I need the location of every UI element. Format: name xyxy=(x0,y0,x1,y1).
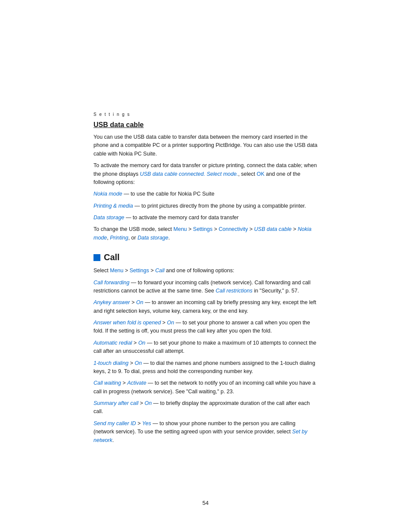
page-number: 54 xyxy=(202,500,209,506)
call-forwarding-link[interactable]: Call forwarding xyxy=(93,280,129,286)
answer-fold-on-link[interactable]: On xyxy=(167,320,174,326)
call-intro-prefix: Select xyxy=(93,268,110,274)
call-item-1: Anykey answer > On — to answer an incomi… xyxy=(93,299,318,315)
call-item-5: Call waiting > Activate — to set the net… xyxy=(93,379,318,396)
printing-media-link[interactable]: Printing & media xyxy=(93,203,133,209)
change-gt3: > xyxy=(248,226,254,232)
call-intro: Select Menu > Settings > Call and one of… xyxy=(93,267,318,275)
call-square-icon xyxy=(93,254,100,261)
call-restrictions-link[interactable]: Call restrictions xyxy=(215,288,252,294)
change-usb-link[interactable]: USB data cable xyxy=(254,226,292,232)
change-gt1: > xyxy=(187,226,193,232)
option2-text: — to print pictures directly from the ph… xyxy=(133,203,306,209)
change-gt2: > xyxy=(212,226,218,232)
change-end: . xyxy=(168,235,170,241)
ok-link: OK xyxy=(257,171,265,177)
anykey-on-link[interactable]: On xyxy=(136,299,143,305)
usb-change-para: To change the USB mode, select Menu > Se… xyxy=(93,225,318,242)
call-item-4: 1-touch dialing > On — to dial the names… xyxy=(93,359,318,376)
data-storage-link[interactable]: Data storage xyxy=(93,215,125,221)
usb-option2: Printing & media — to print pictures dir… xyxy=(93,202,318,210)
call-title: Call xyxy=(104,252,120,262)
call-settings-link[interactable]: Settings xyxy=(130,268,149,274)
change-settings-link[interactable]: Settings xyxy=(193,226,212,232)
auto-redial-link[interactable]: Automatic redial xyxy=(93,340,132,346)
usb-section-title: USB data cable xyxy=(93,121,318,129)
page: S e t t i n g s USB data cable You can u… xyxy=(0,0,411,532)
usb-para1: You can use the USB data cable to transf… xyxy=(93,133,318,158)
one-touch-on-link[interactable]: On xyxy=(135,360,142,366)
summary-on-link[interactable]: On xyxy=(144,400,152,406)
caller-id-yes-link[interactable]: Yes xyxy=(142,420,151,426)
call-call-link[interactable]: Call xyxy=(155,268,165,274)
auto-redial-on-link[interactable]: On xyxy=(138,340,146,346)
usb-option3: Data storage — to activate the memory ca… xyxy=(93,214,318,222)
change-prefix: To change the USB mode, select xyxy=(93,226,174,232)
usb-connected-link[interactable]: USB data cable connected. Select mode. xyxy=(140,171,238,177)
option3-text: — to activate the memory card for data t… xyxy=(125,215,239,221)
call-intro-gt1: > xyxy=(124,268,130,274)
call-heading: Call xyxy=(93,252,318,262)
one-touch-link[interactable]: 1-touch dialing xyxy=(93,360,128,366)
change-datastorage-link[interactable]: Data storage xyxy=(137,235,168,241)
call-intro-gt2: > xyxy=(149,268,155,274)
call-item-7: Send my caller ID > Yes — to show your p… xyxy=(93,420,318,445)
change-or: , or xyxy=(128,235,138,241)
change-connectivity-link[interactable]: Connectivity xyxy=(218,226,248,232)
usb-option1: Nokia mode — to use the cable for Nokia … xyxy=(93,190,318,198)
call-menu-link[interactable]: Menu xyxy=(110,268,123,274)
content-area: S e t t i n g s USB data cable You can u… xyxy=(93,0,318,482)
call-item-0: Call forwarding — to forward your incomi… xyxy=(93,279,318,296)
section-label: S e t t i n g s xyxy=(93,112,318,117)
change-menu-link[interactable]: Menu xyxy=(174,226,187,232)
change-printing-link[interactable]: Printing xyxy=(110,235,128,241)
anykey-answer-link[interactable]: Anykey answer xyxy=(93,299,130,305)
call-item-6: Summary after call > On — to briefly dis… xyxy=(93,399,318,416)
summary-after-call-link[interactable]: Summary after call xyxy=(93,400,138,406)
send-caller-id-link[interactable]: Send my caller ID xyxy=(93,420,136,426)
call-item-2: Answer when fold is opened > On — to set… xyxy=(93,319,318,336)
usb-para2-suffix: , select xyxy=(238,171,257,177)
call-waiting-activate-link[interactable]: Activate xyxy=(127,380,146,386)
call-item-3: Automatic redial > On — to set your phon… xyxy=(93,339,318,356)
change-gt4: > xyxy=(292,226,298,232)
call-intro-suffix: and one of following options: xyxy=(165,268,234,274)
option1-text: — to use the cable for Nokia PC Suite xyxy=(122,191,215,197)
usb-para2: To activate the memory card for data tra… xyxy=(93,162,318,187)
answer-fold-link[interactable]: Answer when fold is opened xyxy=(93,320,161,326)
call-waiting-link[interactable]: Call waiting xyxy=(93,380,121,386)
nokia-mode-link[interactable]: Nokia mode xyxy=(93,191,122,197)
